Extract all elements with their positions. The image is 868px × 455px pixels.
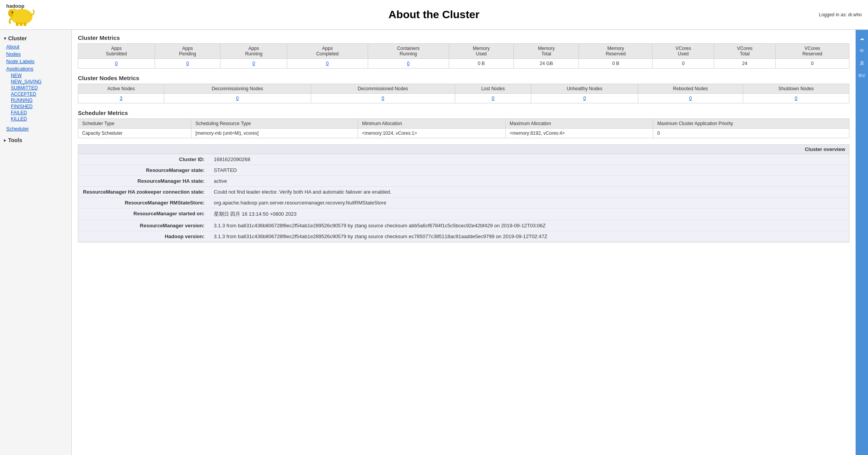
- sidebar-tools-header[interactable]: ▸ Tools: [0, 136, 71, 145]
- overview-row-zk-connection: ResourceManager HA zookeeper connection …: [78, 187, 849, 197]
- val-maximum-allocation: <memory:8192, vCores:4>: [506, 129, 653, 138]
- toolbar-btn-cloud[interactable]: ☁: [856, 33, 867, 44]
- sidebar-item-failed[interactable]: FAILED: [0, 110, 71, 116]
- cluster-metrics-title: Cluster Metrics: [78, 34, 849, 41]
- sidebar-divider: [0, 122, 71, 125]
- cluster-overview-table: Cluster ID: 1681622090268 ResourceManage…: [78, 154, 849, 242]
- col-rebooted-nodes: Rebooted Nodes: [638, 84, 743, 94]
- svg-point-2: [8, 9, 14, 17]
- overview-row-cluster-id: Cluster ID: 1681622090268: [78, 154, 849, 165]
- sidebar-cluster-label: Cluster: [8, 35, 27, 41]
- right-toolbar: ☁ 中 原 笔记: [856, 30, 868, 455]
- col-apps-pending: AppsPending: [155, 44, 220, 59]
- sidebar-tools-label: Tools: [8, 137, 22, 143]
- col-vcores-total: VCoresTotal: [714, 44, 776, 59]
- overview-label-rm-ha-state: ResourceManager HA state:: [78, 176, 209, 187]
- overview-label-zk-connection: ResourceManager HA zookeeper connection …: [78, 187, 209, 197]
- overview-value-rm-state-store: org.apache.hadoop.yarn.server.resourcema…: [209, 197, 849, 208]
- sidebar-item-nodes[interactable]: Nodes: [0, 50, 71, 58]
- sidebar-item-scheduler[interactable]: Scheduler: [0, 125, 71, 132]
- col-memory-reserved: MemoryReserved: [579, 44, 653, 59]
- col-maximum-allocation: Maximum Allocation: [506, 119, 653, 129]
- overview-label-cluster-id: Cluster ID:: [78, 154, 209, 165]
- col-memory-used: MemoryUsed: [449, 44, 514, 59]
- scheduler-metrics-table: Scheduler Type Scheduling Resource Type …: [78, 118, 849, 138]
- col-vcores-reserved: VCoresReserved: [775, 44, 849, 59]
- sidebar-item-running[interactable]: RUNNING: [0, 97, 71, 103]
- main-layout: ▾ Cluster About Nodes Node Labels Applic…: [0, 30, 868, 455]
- overview-row-rm-state: ResourceManager state: STARTED: [78, 165, 849, 176]
- col-containers-running: ContainersRunning: [368, 44, 449, 59]
- tools-arrow-icon: ▸: [4, 138, 6, 143]
- sidebar-item-accepted[interactable]: ACCEPTED: [0, 91, 71, 97]
- svg-point-3: [12, 12, 13, 13]
- val-active-nodes[interactable]: 3: [78, 94, 164, 103]
- col-scheduling-resource-type: Scheduling Resource Type: [191, 119, 358, 129]
- top-bar: hadoop About the Cluster Logged in as: d…: [0, 0, 868, 30]
- overview-row-rm-ha-state: ResourceManager HA state: active: [78, 176, 849, 187]
- val-apps-pending[interactable]: 0: [155, 59, 220, 69]
- svg-rect-6: [24, 22, 26, 26]
- val-apps-submitted[interactable]: 0: [78, 59, 155, 69]
- overview-label-rm-state: ResourceManager state:: [78, 165, 209, 176]
- sidebar-divider-2: [0, 132, 71, 136]
- overview-row-rm-started-on: ResourceManager started on: 星期日 四月 16 13…: [78, 208, 849, 220]
- overview-label-rm-started-on: ResourceManager started on:: [78, 208, 209, 220]
- sidebar-item-finished[interactable]: FINISHED: [0, 103, 71, 110]
- val-vcores-total: 24: [714, 59, 776, 69]
- val-memory-used: 0 B: [449, 59, 514, 69]
- toolbar-btn-yuan[interactable]: 原: [856, 58, 867, 69]
- sidebar: ▾ Cluster About Nodes Node Labels Applic…: [0, 30, 72, 455]
- page-title: About the Cluster: [389, 9, 480, 21]
- val-decommissioned-nodes[interactable]: 0: [311, 94, 455, 103]
- sidebar-item-applications[interactable]: Applications: [0, 65, 71, 72]
- cluster-arrow-icon: ▾: [4, 36, 6, 41]
- val-containers-running[interactable]: 0: [368, 59, 449, 69]
- col-scheduler-type: Scheduler Type: [78, 119, 191, 129]
- cluster-overview-title: Cluster overview: [78, 145, 849, 154]
- col-apps-completed: AppsCompleted: [287, 44, 368, 59]
- sidebar-item-node-labels[interactable]: Node Labels: [0, 58, 71, 65]
- scheduler-metrics-title: Scheduler Metrics: [78, 110, 849, 116]
- val-shutdown-nodes[interactable]: 0: [743, 94, 849, 103]
- col-active-nodes: Active Nodes: [78, 84, 164, 94]
- sidebar-item-submitted[interactable]: SUBMITTED: [0, 85, 71, 91]
- toolbar-btn-notes[interactable]: 笔记: [856, 70, 867, 81]
- val-decommissioning-nodes[interactable]: 0: [164, 94, 311, 103]
- svg-rect-5: [20, 22, 22, 26]
- col-apps-running: AppsRunning: [220, 44, 287, 59]
- val-minimum-allocation: <memory:1024, vCores:1>: [358, 129, 506, 138]
- val-apps-running[interactable]: 0: [220, 59, 287, 69]
- cluster-overview: Cluster overview Cluster ID: 16816220902…: [78, 144, 849, 242]
- val-scheduling-resource-type: [memory-mb (unit=Mi), vcores]: [191, 129, 358, 138]
- sidebar-item-new[interactable]: NEW: [0, 72, 71, 79]
- overview-value-rm-started-on: 星期日 四月 16 13:14:50 +0800 2023: [209, 208, 849, 220]
- overview-label-rm-version: ResourceManager version:: [78, 220, 209, 231]
- overview-value-cluster-id: 1681622090268: [209, 154, 849, 165]
- val-unhealthy-nodes[interactable]: 0: [531, 94, 638, 103]
- svg-rect-4: [16, 22, 19, 26]
- toolbar-btn-zh[interactable]: 中: [856, 45, 867, 56]
- overview-row-rm-state-store: ResourceManager RMStateStore: org.apache…: [78, 197, 849, 208]
- col-apps-submitted: AppsSubmitted: [78, 44, 155, 59]
- overview-label-rm-state-store: ResourceManager RMStateStore:: [78, 197, 209, 208]
- cluster-nodes-metrics-title: Cluster Nodes Metrics: [78, 75, 849, 81]
- col-unhealthy-nodes: Unhealthy Nodes: [531, 84, 638, 94]
- overview-value-rm-ha-state: active: [209, 176, 849, 187]
- val-apps-completed[interactable]: 0: [287, 59, 368, 69]
- sidebar-item-about[interactable]: About: [0, 43, 71, 50]
- cluster-metrics-table: AppsSubmitted AppsPending AppsRunning Ap…: [78, 43, 849, 69]
- overview-label-hadoop-version: Hadoop version:: [78, 231, 209, 242]
- overview-row-rm-version: ResourceManager version: 3.1.3 from ba63…: [78, 220, 849, 231]
- overview-value-rm-version: 3.1.3 from ba631c436b806728f8ec2f54ab1e2…: [209, 220, 849, 231]
- login-info: Logged in as: dr.who: [819, 12, 862, 17]
- col-vcores-used: VCoresUsed: [653, 44, 714, 59]
- logo-area: hadoop: [6, 3, 40, 26]
- val-rebooted-nodes[interactable]: 0: [638, 94, 743, 103]
- sidebar-item-new-saving[interactable]: NEW_SAVING: [0, 79, 71, 85]
- sidebar-cluster-header[interactable]: ▾ Cluster: [0, 34, 71, 43]
- val-lost-nodes[interactable]: 0: [455, 94, 531, 103]
- overview-value-rm-state: STARTED: [209, 165, 849, 176]
- sidebar-item-killed[interactable]: KILLED: [0, 116, 71, 122]
- col-lost-nodes: Lost Nodes: [455, 84, 531, 94]
